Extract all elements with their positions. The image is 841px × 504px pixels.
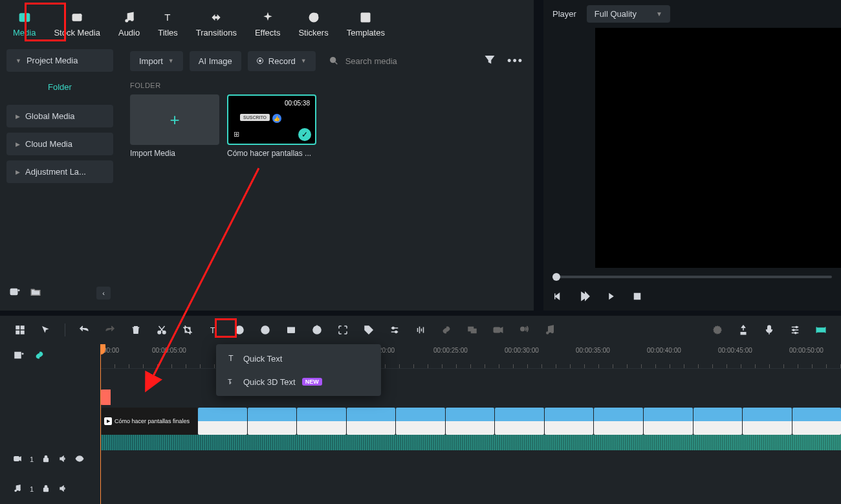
scrubber-thumb[interactable] (552, 273, 560, 281)
timeline-clip-frame[interactable] (545, 408, 594, 435)
track-mute-icon[interactable] (58, 484, 67, 494)
tab-transitions[interactable]: Transitions (196, 11, 237, 38)
tab-templates[interactable]: Templates (347, 11, 385, 38)
tl-marker-icon[interactable] (736, 323, 750, 337)
tab-titles[interactable]: T Titles (158, 11, 178, 38)
timeline-clip-frame[interactable] (694, 408, 743, 435)
sidebar-global-media[interactable]: ▶ Global Media (6, 105, 113, 127)
timeline-clip-frame[interactable] (198, 408, 247, 435)
top-tabs: Media Stock Media Audio T Titles Transit… (0, 0, 534, 43)
ruler-tick: 00:00:05:00 (152, 347, 186, 354)
tl-voiceover-icon[interactable] (517, 323, 531, 337)
timeline-playhead[interactable] (100, 344, 101, 504)
sidebar-adjustment-layer[interactable]: ▶ Adjustment La... (6, 160, 113, 183)
track-lock-icon[interactable] (41, 484, 50, 494)
tl-text-icon[interactable]: T (206, 323, 221, 337)
svg-rect-61 (818, 328, 825, 332)
timeline-clip-frame[interactable] (446, 408, 495, 435)
tl-speed-icon[interactable] (232, 323, 246, 337)
new-folder-icon[interactable] (30, 286, 41, 300)
tl-keyframe-icon[interactable] (310, 323, 324, 337)
timeline-clip-frame[interactable] (644, 408, 693, 435)
svg-point-50 (547, 332, 549, 334)
tl-select-icon[interactable] (39, 323, 53, 337)
tl-color-icon[interactable] (258, 323, 272, 337)
tab-media-label: Media (13, 28, 36, 38)
timeline-clip[interactable]: ▶ Cómo hacer pantallas finales (102, 408, 197, 435)
tl-render-icon[interactable] (710, 323, 725, 337)
next-frame-button[interactable] (606, 290, 617, 302)
tl-tag-icon[interactable] (362, 323, 376, 337)
timeline-clip-frame[interactable] (248, 408, 297, 435)
player-scrubber[interactable] (543, 268, 841, 286)
tl-sliders-icon[interactable] (388, 323, 402, 337)
timeline-clip-frame[interactable] (396, 408, 445, 435)
tl-link-toggle-icon[interactable] (34, 349, 45, 364)
track-visible-icon[interactable] (75, 454, 84, 465)
ai-image-button[interactable]: AI Image (190, 51, 241, 71)
timeline-clip-frame[interactable] (495, 408, 544, 435)
media-clip-thumbnail[interactable]: 00:05:38 SUSCRITO 👍 ⊞ ✓ (227, 94, 316, 145)
timeline-clip-frame[interactable] (594, 408, 643, 435)
tab-audio[interactable]: Audio (118, 11, 140, 38)
timeline-clip-frame[interactable] (792, 408, 841, 435)
video-track[interactable]: ▶ Cómo hacer pantallas finales (100, 408, 841, 435)
tl-mask-icon[interactable] (284, 323, 298, 337)
tl-link-icon[interactable] (439, 323, 453, 337)
ruler-tick: 00:00:45:00 (718, 347, 752, 354)
tl-grid-icon[interactable] (13, 323, 27, 337)
tl-undo-icon[interactable] (77, 323, 91, 337)
tl-crop-icon[interactable] (180, 323, 195, 337)
filter-icon[interactable] (484, 54, 496, 68)
player-viewport[interactable] (595, 28, 841, 268)
timeline-clip-frame[interactable] (297, 408, 346, 435)
import-media-card[interactable]: + (130, 94, 219, 145)
sidebar-cloud-media[interactable]: ▶ Cloud Media (6, 133, 113, 155)
svg-point-41 (395, 331, 397, 333)
tl-mixer-icon[interactable] (788, 323, 802, 337)
more-icon[interactable]: ••• (507, 54, 523, 68)
quick-3d-text-option[interactable]: T³ Quick 3D Text NEW (216, 370, 381, 393)
track-lock-icon[interactable] (41, 454, 50, 465)
track-mute-icon[interactable] (58, 454, 67, 465)
tl-audio-eq-icon[interactable] (413, 323, 428, 337)
tab-stock-media[interactable]: Stock Media (54, 11, 100, 38)
tl-group-icon[interactable] (465, 323, 479, 337)
caret-right-icon: ▶ (16, 141, 20, 148)
tl-music-icon[interactable] (543, 323, 557, 337)
quick-text-option[interactable]: T Quick Text (216, 347, 381, 370)
stop-button[interactable] (631, 290, 643, 302)
audio-waveform[interactable] (100, 435, 841, 450)
caret-down-icon: ▼ (16, 58, 21, 64)
tab-stickers[interactable]: Stickers (298, 11, 328, 38)
collapse-sidebar-button[interactable]: ‹ (96, 287, 111, 300)
tl-cut-icon[interactable] (155, 323, 169, 337)
record-button[interactable]: Record ▼ (248, 51, 316, 71)
tl-camera-icon[interactable] (491, 323, 505, 337)
new-bin-icon[interactable] (9, 286, 21, 300)
tl-redo-icon[interactable] (103, 323, 117, 337)
tl-overview-icon[interactable] (814, 323, 828, 337)
prev-frame-button[interactable] (552, 290, 564, 302)
search-input[interactable]: Search media (322, 50, 477, 71)
timeline-ruler[interactable]: 00:00 00:00:05:00 20:00 00:00:25:00 00:0… (100, 344, 841, 369)
tab-effects[interactable]: Effects (255, 11, 281, 38)
tl-add-track-icon[interactable] (13, 349, 25, 364)
timeline-knob[interactable] (100, 389, 111, 405)
sidebar-adjustment-label: Adjustment La... (25, 167, 86, 177)
player-quality-select[interactable]: Full Quality ▼ (587, 5, 670, 23)
play-pause-button[interactable] (578, 290, 591, 303)
timeline-clip-frame[interactable] (347, 408, 396, 435)
like-icon: 👍 (272, 114, 281, 123)
tl-expand-icon[interactable] (336, 323, 350, 337)
sidebar-project-media[interactable]: ▼ Project Media (6, 49, 113, 72)
tl-mic-icon[interactable] (762, 323, 776, 337)
svg-point-33 (264, 329, 267, 332)
timeline-clip-frame[interactable] (743, 408, 792, 435)
tl-delete-icon[interactable] (129, 323, 143, 337)
import-button[interactable]: Import ▼ (130, 51, 183, 71)
svg-point-3 (80, 14, 82, 16)
sidebar-folder-link[interactable]: Folder (6, 77, 113, 100)
tab-media[interactable]: Media (13, 11, 36, 38)
svg-point-58 (796, 326, 797, 327)
